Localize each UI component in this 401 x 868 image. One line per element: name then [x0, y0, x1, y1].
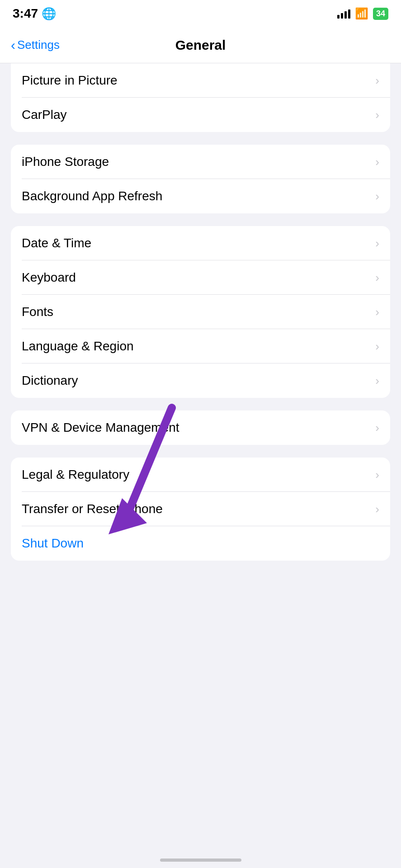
chevron-icon: › — [375, 155, 379, 169]
content-area: Picture in Picture › CarPlay › iPhone St… — [0, 63, 401, 600]
list-item-legal-regulatory[interactable]: Legal & Regulatory › — [11, 458, 390, 492]
item-label: Date & Time — [22, 236, 91, 250]
page-title: General — [175, 38, 226, 53]
chevron-icon: › — [375, 502, 379, 516]
back-chevron-icon: ‹ — [11, 38, 15, 52]
chevron-icon: › — [375, 108, 379, 122]
item-label: Keyboard — [22, 270, 76, 285]
item-label: Dictionary — [22, 373, 78, 388]
status-time: 3:47 🌐 — [13, 6, 56, 21]
item-label: Fonts — [22, 305, 53, 319]
item-label: Background App Refresh — [22, 189, 162, 203]
status-icons: 📶 34 — [337, 7, 388, 20]
item-label: iPhone Storage — [22, 155, 109, 169]
list-item-background-app-refresh[interactable]: Background App Refresh › — [11, 179, 390, 213]
chevron-icon: › — [375, 74, 379, 88]
list-item-fonts[interactable]: Fonts › — [11, 295, 390, 329]
list-item-picture-in-picture[interactable]: Picture in Picture › — [11, 63, 390, 98]
item-label: Transfer or Reset iPhone — [22, 502, 163, 516]
list-item-language-region[interactable]: Language & Region › — [11, 329, 390, 363]
back-button[interactable]: ‹ Settings — [11, 38, 60, 52]
chevron-icon: › — [375, 374, 379, 388]
list-item-shut-down[interactable]: Shut Down — [11, 526, 390, 561]
item-label: Legal & Regulatory — [22, 467, 129, 482]
time-display: 3:47 — [13, 6, 38, 21]
chevron-icon: › — [375, 271, 379, 285]
chevron-icon: › — [375, 189, 379, 203]
item-label: Shut Down — [22, 536, 84, 551]
list-item-carplay[interactable]: CarPlay › — [11, 98, 390, 132]
item-label: VPN & Device Management — [22, 420, 179, 435]
section-storage: iPhone Storage › Background App Refresh … — [11, 145, 390, 213]
section-vpn: VPN & Device Management › — [11, 410, 390, 445]
list-item-vpn-device-management[interactable]: VPN & Device Management › — [11, 410, 390, 445]
signal-icon — [337, 9, 350, 19]
nav-header: ‹ Settings General — [0, 27, 401, 63]
chevron-icon: › — [375, 468, 379, 482]
item-label: Picture in Picture — [22, 73, 118, 88]
list-item-transfer-reset[interactable]: Transfer or Reset iPhone › — [11, 492, 390, 526]
list-item-iphone-storage[interactable]: iPhone Storage › — [11, 145, 390, 179]
section-with-arrow: Legal & Regulatory › Transfer or Reset i… — [0, 458, 401, 561]
list-item-date-time[interactable]: Date & Time › — [11, 226, 390, 260]
wifi-icon: 📶 — [355, 7, 368, 20]
item-label: CarPlay — [22, 108, 67, 122]
item-label: Language & Region — [22, 339, 134, 354]
section-legal: Legal & Regulatory › Transfer or Reset i… — [11, 458, 390, 561]
list-item-dictionary[interactable]: Dictionary › — [11, 363, 390, 398]
chevron-icon: › — [375, 305, 379, 319]
chevron-icon: › — [375, 236, 379, 250]
status-bar: 3:47 🌐 📶 34 — [0, 0, 401, 27]
back-label: Settings — [17, 38, 60, 52]
home-indicator — [160, 859, 241, 862]
chevron-icon: › — [375, 421, 379, 435]
section-language: Date & Time › Keyboard › Fonts › Languag… — [11, 226, 390, 398]
section-pip-carplay: Picture in Picture › CarPlay › — [11, 63, 390, 132]
chevron-icon: › — [375, 340, 379, 354]
list-item-keyboard[interactable]: Keyboard › — [11, 260, 390, 295]
battery-icon: 34 — [373, 8, 388, 20]
globe-icon: 🌐 — [42, 7, 56, 21]
